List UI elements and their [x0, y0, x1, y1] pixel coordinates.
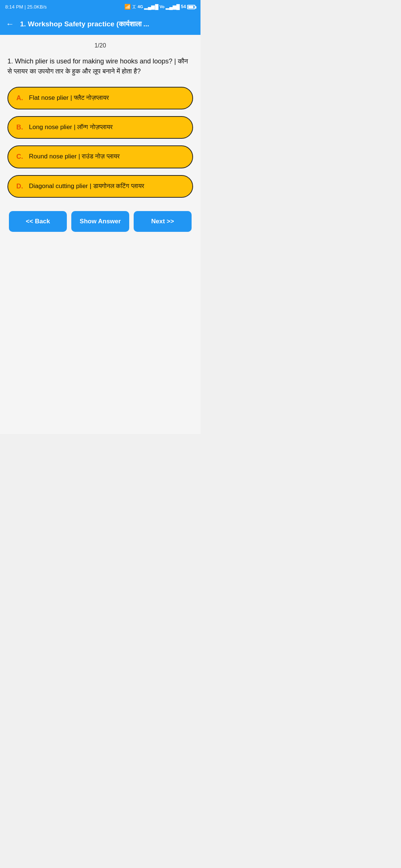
status-bar: 8:14 PM | 25.0KB/s 📶 ⯰ 4G ▂▄▆█ Vo ▂▄▆█ 5… — [0, 0, 200, 13]
main-content: 1/20 1. Which plier is used for making w… — [0, 35, 200, 434]
back-arrow-icon[interactable]: ← — [6, 19, 14, 29]
app-bar-title: 1. Workshop Safety practice (कार्यशाला .… — [20, 20, 149, 28]
question-text: 1. Which plier is used for making wire h… — [7, 56, 193, 76]
option-a-letter: A. — [16, 93, 25, 103]
status-bar-left: 8:14 PM | 25.0KB/s — [5, 4, 47, 10]
option-a[interactable]: A. Flat nose plier | फ्लैट नोज़प्लायर — [7, 87, 193, 109]
signal-bars: ▂▄▆█ — [144, 4, 158, 10]
option-b[interactable]: B. Long nose plier | लॉन्ग नोज़प्लायर — [7, 116, 193, 139]
wifi-icon: 📶 — [124, 4, 131, 10]
option-d-text: Diagonal cutting plier | डायगोनल कटिंग प… — [29, 182, 184, 191]
bluetooth-icon: ⯰ — [132, 4, 137, 10]
show-answer-button[interactable]: Show Answer — [71, 211, 129, 232]
option-c-text: Round nose plier | राउंड नोज़ प्लायर — [29, 152, 184, 161]
battery-percentage: 54 — [181, 4, 195, 9]
time-and-speed: 8:14 PM | 25.0KB/s — [5, 4, 47, 10]
back-button[interactable]: << Back — [9, 211, 67, 232]
option-d-letter: D. — [16, 182, 25, 191]
progress-indicator: 1/20 — [7, 42, 193, 49]
option-a-text: Flat nose plier | फ्लैट नोज़प्लायर — [29, 93, 184, 102]
option-b-letter: B. — [16, 123, 25, 132]
status-bar-right: 📶 ⯰ 4G ▂▄▆█ Vo ▂▄▆█ 54 — [124, 4, 195, 10]
option-c[interactable]: C. Round nose plier | राउंड नोज़ प्लायर — [7, 145, 193, 168]
option-b-text: Long nose plier | लॉन्ग नोज़प्लायर — [29, 123, 184, 132]
option-d[interactable]: D. Diagonal cutting plier | डायगोनल कटिं… — [7, 175, 193, 198]
app-bar: ← 1. Workshop Safety practice (कार्यशाला… — [0, 13, 200, 35]
signal-bars-2: ▂▄▆█ — [166, 4, 180, 10]
lte-indicator: 4G — [138, 4, 143, 9]
next-button[interactable]: Next >> — [134, 211, 192, 232]
options-container: A. Flat nose plier | फ्लैट नोज़प्लायर B.… — [7, 87, 193, 198]
battery-icon — [187, 5, 195, 9]
volte-indicator: Vo — [160, 4, 164, 9]
bottom-buttons: << Back Show Answer Next >> — [7, 211, 193, 232]
option-c-letter: C. — [16, 152, 25, 161]
